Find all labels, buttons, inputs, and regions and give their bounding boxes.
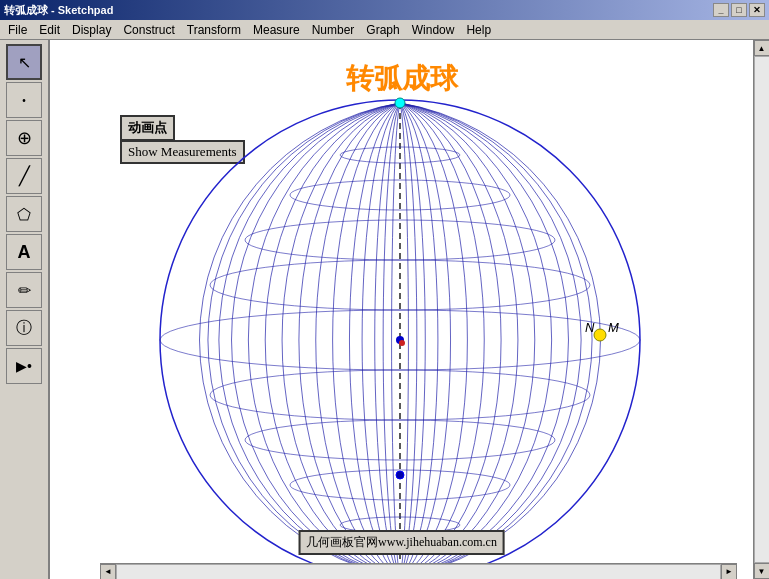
marker-tool[interactable]: ✏ xyxy=(6,272,42,308)
scroll-up-button[interactable]: ▲ xyxy=(754,40,770,56)
menu-edit[interactable]: Edit xyxy=(33,22,66,38)
menu-number[interactable]: Number xyxy=(306,22,361,38)
line-tool[interactable]: ╱ xyxy=(6,158,42,194)
maximize-button[interactable]: □ xyxy=(731,3,747,17)
sphere-diagram: N M xyxy=(110,95,690,579)
title-bar: 转弧成球 - Sketchpad _ □ ✕ xyxy=(0,0,769,20)
point-tool[interactable]: • xyxy=(6,82,42,118)
horizontal-scroll-track[interactable] xyxy=(116,564,721,580)
minimize-button[interactable]: _ xyxy=(713,3,729,17)
scroll-right-button[interactable]: ► xyxy=(721,564,737,580)
toolbar: ↖ • ⊕ ╱ ⬠ A ✏ ⓘ ▶• xyxy=(0,40,50,579)
polygon-tool[interactable]: ⬠ xyxy=(6,196,42,232)
horizontal-scrollbar: ◄ ► xyxy=(100,563,737,579)
menu-file[interactable]: File xyxy=(2,22,33,38)
canvas-area: 转弧成球 动画点 Show Measurements xyxy=(50,40,753,579)
svg-point-14 xyxy=(395,98,405,108)
menu-help[interactable]: Help xyxy=(460,22,497,38)
menu-transform[interactable]: Transform xyxy=(181,22,247,38)
menu-graph[interactable]: Graph xyxy=(360,22,405,38)
text-tool[interactable]: A xyxy=(6,234,42,270)
svg-text:M: M xyxy=(608,320,619,335)
compass-tool[interactable]: ⊕ xyxy=(6,120,42,156)
svg-point-13 xyxy=(399,340,405,346)
svg-point-17 xyxy=(594,329,606,341)
menu-window[interactable]: Window xyxy=(406,22,461,38)
scroll-down-button[interactable]: ▼ xyxy=(754,563,770,579)
canvas-title: 转弧成球 xyxy=(50,60,753,98)
menu-display[interactable]: Display xyxy=(66,22,117,38)
svg-text:N: N xyxy=(585,320,595,335)
vertical-scrollbar: ▲ ▼ xyxy=(753,40,769,579)
info-tool[interactable]: ⓘ xyxy=(6,310,42,346)
main-area: ↖ • ⊕ ╱ ⬠ A ✏ ⓘ ▶• 转弧成球 动画点 Show Measure… xyxy=(0,40,769,579)
close-button[interactable]: ✕ xyxy=(749,3,765,17)
motion-tool[interactable]: ▶• xyxy=(6,348,42,384)
scroll-left-button[interactable]: ◄ xyxy=(100,564,116,580)
svg-point-16 xyxy=(396,471,404,479)
vertical-scroll-track[interactable] xyxy=(754,56,770,563)
arrow-tool[interactable]: ↖ xyxy=(6,44,42,80)
title-bar-controls: _ □ ✕ xyxy=(713,3,765,17)
title-bar-label: 转弧成球 - Sketchpad xyxy=(4,3,113,18)
menu-bar: File Edit Display Construct Transform Me… xyxy=(0,20,769,40)
menu-measure[interactable]: Measure xyxy=(247,22,306,38)
watermark-label: 几何画板官网www.jihehuaban.com.cn xyxy=(298,530,505,555)
menu-construct[interactable]: Construct xyxy=(117,22,180,38)
